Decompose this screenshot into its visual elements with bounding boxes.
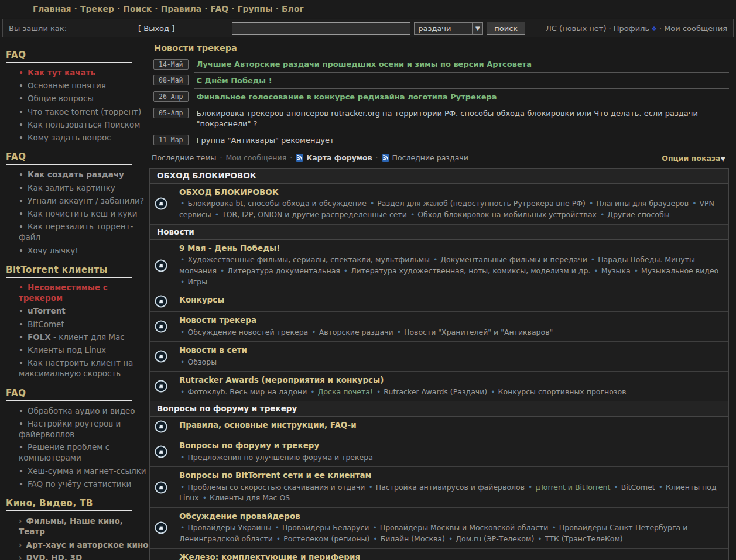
forum-link[interactable]: ОБХОД БЛОКИРОВОК (179, 187, 279, 197)
subforum-link[interactable]: Игры (187, 277, 207, 286)
subforum-bullet-icon: • (179, 255, 187, 264)
subforum-link[interactable]: Билайн (Москва) (381, 534, 445, 543)
sidebar-link[interactable]: Решение проблем с компьютерами (19, 442, 109, 462)
subforum-link[interactable]: ТТК (ТрансТелеКом) (545, 534, 623, 543)
subforum-link[interactable]: Предложения по улучшению форума и трекер… (187, 453, 373, 462)
subforum-link[interactable]: Блокировка bt, способы обхода и обсужден… (187, 199, 367, 208)
toolbar-link[interactable]: Карта форумов (306, 153, 372, 162)
sidebar-link[interactable]: Что такое torrent (торрент) (28, 107, 141, 116)
sidebar-link[interactable]: Арт-хаус и авторское кино (26, 540, 149, 549)
forum-link[interactable]: Rutracker Awards (мероприятия и конкурсы… (179, 375, 384, 384)
subforum-link[interactable]: Провайдеры Москвы и Московской области (380, 523, 549, 532)
top-nav-link[interactable]: Группы (238, 4, 273, 13)
sidebar-link[interactable]: Общие вопросы (28, 94, 94, 103)
sidebar-link[interactable]: Как пользоваться Поиском (28, 120, 141, 129)
forum-link[interactable]: Железо: комплектующие и периферия (179, 552, 360, 560)
profile-link[interactable]: Профиль (614, 24, 650, 33)
top-nav-link[interactable]: Правила (161, 4, 202, 13)
subforum-link[interactable]: TOR, I2P, ONION и другие распределенные … (222, 210, 407, 219)
sidebar-link[interactable]: Настройки роутеров и файерволлов (19, 419, 121, 439)
private-messages-link[interactable]: ЛС (новых нет) (546, 24, 606, 33)
forum-link[interactable]: 9 Мая - День Победы! (179, 243, 280, 253)
sidebar-link[interactable]: Обработка аудио и видео (28, 406, 135, 415)
news-link[interactable]: Финальное голосование в конкурсе редизай… (197, 92, 497, 101)
toolbar-link[interactable]: Последние раздачи (392, 153, 468, 162)
subforum-link[interactable]: Дом.ru (ЭР-Телеком) (456, 534, 534, 543)
subforum-link[interactable]: Проблемы со скоростью скачивания и отдач… (187, 483, 365, 492)
subforum-link[interactable]: Rutracker Awards (Раздачи) (384, 387, 487, 396)
sidebar-link[interactable]: Хочу лычку! (28, 246, 78, 255)
toolbar-link[interactable]: Последние темы (152, 153, 216, 162)
category-header[interactable]: ОБХОД БЛОКИРОВОК (150, 169, 728, 184)
profile-switch-icon[interactable]: ❖ (649, 25, 657, 33)
subforum-link[interactable]: Новости "Хранителей" и "Антикваров" (404, 328, 553, 336)
sidebar-link[interactable]: DVD, HD, 3D (26, 553, 83, 560)
top-nav-link[interactable]: Трекер (80, 4, 114, 13)
forum-link[interactable]: Правила, основные инструкции, FAQ-и (179, 420, 357, 430)
subforum-link[interactable]: Конкурсы спортивных прогнозов (498, 387, 627, 396)
forum-link[interactable]: Конкурсы (179, 295, 224, 304)
news-link[interactable]: Лучшие Авторские раздачи прошедших осени… (197, 60, 532, 68)
subforum-link[interactable]: BitComet (621, 483, 655, 492)
news-link[interactable]: Группа "Антиквары" рекомендует (197, 136, 334, 145)
forum-link[interactable]: Новости в сети (179, 345, 247, 355)
subforum-link[interactable]: Раздел для жалоб (недоступность Рутрекер… (377, 199, 586, 208)
logout-link[interactable]: [ Выход ] (138, 24, 174, 33)
forum-link[interactable]: Новости трекера (179, 315, 256, 325)
subforum-link[interactable]: Литература художественная, ноты, комиксы… (351, 266, 590, 275)
sidebar-link[interactable]: Клиенты под Linux (28, 345, 106, 355)
sidebar-link[interactable]: Как залить картинку (28, 183, 115, 193)
sidebar-link[interactable]: BitComet (28, 319, 64, 329)
search-input[interactable] (232, 22, 410, 35)
forum-link[interactable]: Обсуждение провайдеров (179, 511, 300, 521)
subforum-link[interactable]: Музыкальное видео (641, 266, 718, 275)
subforum-link[interactable]: µTorrent и BitTorrent (535, 483, 610, 492)
news-link[interactable]: С Днём Победы ! (197, 76, 272, 85)
subforum-link[interactable]: Настройка антивирусов и файерволов (376, 483, 525, 492)
subforum-link[interactable]: Музыка (601, 266, 631, 275)
subforum-link[interactable]: Ростелеком (регионы) (283, 534, 369, 543)
subforum-link[interactable]: Доска почета! (318, 387, 373, 396)
subforum-link[interactable]: Литература документальная (227, 266, 340, 275)
sidebar-link[interactable]: Как тут качать (28, 68, 95, 77)
sidebar-link[interactable]: FAQ по учёту статистики (28, 479, 131, 489)
sidebar-link[interactable]: Угнали аккаунт / забанили? (28, 196, 144, 205)
news-link[interactable]: Блокировка трекеров-анонсеров rutracker.… (197, 109, 698, 129)
sidebar-link[interactable]: Как создать раздачу (28, 170, 124, 179)
search-scope-select[interactable]: раздачи ▼ (414, 22, 483, 35)
subforum-link[interactable]: Художественные фильмы, сериалы, спектакл… (187, 255, 430, 264)
subforum-link[interactable]: Другие способы (607, 210, 669, 219)
top-nav-link[interactable]: Главная (33, 4, 71, 13)
my-messages-link[interactable]: Мои сообщения (664, 24, 727, 33)
sidebar-link[interactable]: Фильмы, Наше кино, Театр (19, 516, 123, 536)
search-button[interactable]: поиск (487, 22, 525, 35)
toolbar-link[interactable]: Мои сообщения (225, 153, 286, 162)
sidebar-link[interactable]: Как настроить клиент на максимальную ско… (19, 358, 133, 378)
subforum-link[interactable]: Фотоклуб. Весь мир на ладони (187, 387, 307, 396)
subforum-link[interactable]: Обсуждение новостей трекера (187, 328, 308, 336)
sidebar-link[interactable]: Хеш-сумма и магнет-ссылки (28, 466, 146, 476)
category-header[interactable]: Вопросы по форуму и трекеру (150, 401, 728, 417)
subforum-link[interactable]: Плагины для браузеров (596, 199, 689, 208)
category-header[interactable]: Новости (150, 225, 728, 240)
sidebar-link[interactable]: Как почистить кеш и куки (28, 209, 138, 218)
subforum-link[interactable]: Провайдеры Украины (187, 523, 271, 532)
subforum-link[interactable]: Обход блокировок на мобильных устройства… (417, 210, 597, 219)
sidebar-link[interactable]: uTorrent (28, 306, 66, 315)
sidebar-link[interactable]: FOLX - клиент для Mac (28, 332, 125, 342)
top-nav-link[interactable]: FAQ (211, 4, 229, 13)
top-nav-link[interactable]: Поиск (123, 4, 152, 13)
sidebar-link[interactable]: Несовместимые с трекером (19, 283, 108, 303)
subforum-link[interactable]: Авторские раздачи (319, 328, 393, 336)
subforum-link[interactable]: Обзоры (187, 358, 217, 366)
forum-link[interactable]: Вопросы по BitTorrent сети и ее клиентам (179, 470, 372, 480)
top-nav-link[interactable]: Блог (282, 4, 304, 13)
subforum-link[interactable]: Клиенты для Mac OS (210, 493, 290, 502)
subforum-link[interactable]: Документальные фильмы и передачи (440, 255, 587, 264)
sidebar-link[interactable]: Кому задать вопрос (28, 133, 111, 142)
forum-link[interactable]: Вопросы по форуму и трекеру (179, 441, 319, 450)
sidebar-link[interactable]: Основные понятия (28, 81, 106, 90)
display-options-button[interactable]: Опции показа▼ (662, 154, 725, 163)
subforum-link[interactable]: Провайдеры Беларуси (282, 523, 369, 532)
sidebar-link[interactable]: Как перезалить торрент-файл (19, 222, 133, 242)
